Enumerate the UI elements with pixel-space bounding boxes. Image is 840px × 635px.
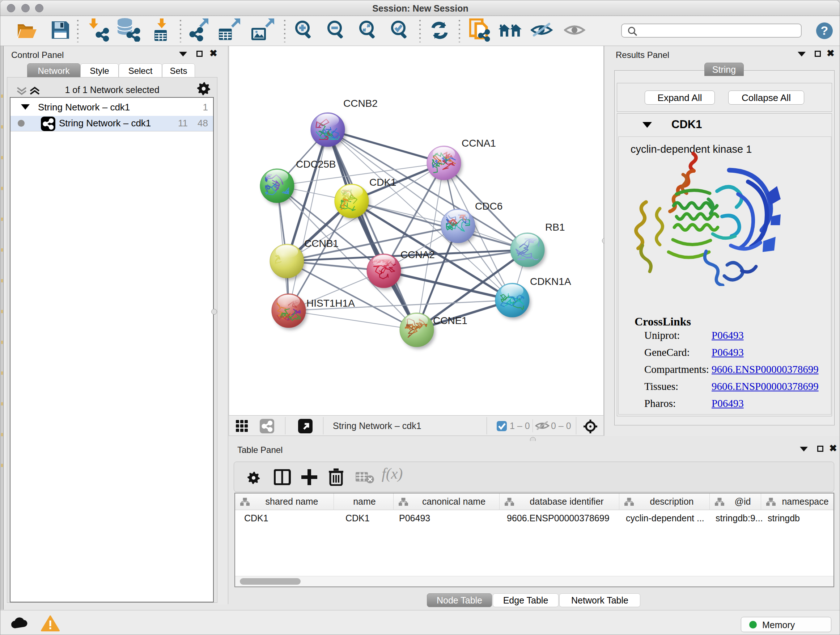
svg-text:RB1: RB1	[545, 222, 565, 233]
svg-text:CDKN1A: CDKN1A	[530, 276, 571, 287]
svg-text:CDC6: CDC6	[475, 201, 502, 212]
svg-text:?: ?	[821, 24, 829, 37]
svg-text:CCNB2: CCNB2	[343, 98, 378, 109]
svg-text:CDC25B: CDC25B	[296, 158, 336, 170]
svg-text:CCNA2: CCNA2	[401, 249, 435, 260]
svg-text:CCNB1: CCNB1	[304, 238, 339, 249]
svg-text:HIST1H1A: HIST1H1A	[306, 298, 355, 309]
svg-text:CDK1: CDK1	[369, 177, 396, 188]
svg-text:CCNE1: CCNE1	[433, 315, 467, 326]
svg-text:CCNA1: CCNA1	[462, 138, 496, 149]
